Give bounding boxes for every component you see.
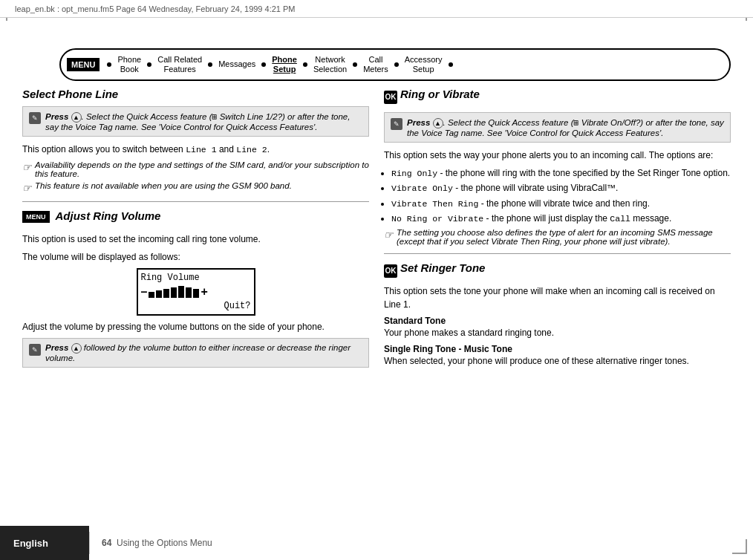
note-gsm: ☞ This feature is not available when you… <box>22 181 369 194</box>
option-no-ring-vibrate: No Ring or Vibrate - the phone will just… <box>391 212 731 225</box>
right-column: OK Ring or Vibrate ✎ Press ▲. Select the… <box>384 88 731 523</box>
vol-bars <box>149 286 199 298</box>
option-ring-only-text: - the phone will ring with the tone spec… <box>437 168 730 178</box>
note-text-sms: The setting you choose also defines the … <box>397 228 731 246</box>
press-text-ring-vibrate: Press ▲. Select the Quick Access feature… <box>407 117 724 137</box>
note-text-1: Availability depends on the type and set… <box>35 160 369 178</box>
footer-page-info: 64 Using the Options Menu <box>90 538 224 548</box>
adjust-ring-volume-title: Adjust Ring Volume <box>56 209 161 222</box>
content-area: Select Phone Line ✎ Press ▲. Select the … <box>22 88 731 523</box>
press-icon-select-line: ✎ <box>29 112 41 124</box>
nav-area: MENU PhoneBook Call RelatedFeatures Mess… <box>59 48 731 81</box>
note-icon-2: ☞ <box>22 182 32 194</box>
sidebar-item-accessory-setup[interactable]: AccessorySetup <box>402 55 446 74</box>
ok-icon-ring-vibrate: OK <box>384 91 397 104</box>
section-set-ringer-tone: OK Set Ringer Tone This option sets the … <box>384 261 731 368</box>
vol-bar-4 <box>171 287 177 298</box>
press-box-ring-vibrate: ✎ Press ▲. Select the Quick Access featu… <box>384 112 731 143</box>
press-box-select-line: ✎ Press ▲. Select the Quick Access featu… <box>22 106 369 137</box>
nav-container: MENU PhoneBook Call RelatedFeatures Mess… <box>59 48 731 81</box>
vol-bar-7 <box>193 289 199 298</box>
select-phone-line-body1: This option allows you to switch between… <box>22 143 369 156</box>
vol-bar-5 <box>178 286 184 298</box>
option-ring-only-mono: Ring Only <box>391 169 437 178</box>
nav-dot-6 <box>394 62 399 67</box>
nav-dot-4 <box>303 62 307 67</box>
vol-bar-2 <box>156 290 162 298</box>
nav-dot-1 <box>147 62 151 67</box>
option-vibrate-then-ring-mono: Vibrate Then Ring <box>391 199 478 209</box>
footer-page-text: Using the Options Menu <box>117 538 212 548</box>
set-ringer-tone-title: Set Ringer Tone <box>400 261 485 274</box>
press-text-select-line: Press ▲. Select the Quick Access feature… <box>45 111 362 131</box>
press-icon-ring-vibrate: ✎ <box>391 118 402 130</box>
set-ringer-body1: This option sets the tone your phone wil… <box>384 284 731 311</box>
vol-bar-1 <box>149 292 154 298</box>
nav-dot-3 <box>261 62 266 67</box>
note-sms-alert: ☞ The setting you choose also defines th… <box>384 228 731 246</box>
sidebar-item-phone-book[interactable]: PhoneBook <box>114 55 144 74</box>
adjust-ring-body1: This option is used to set the incoming … <box>22 232 369 246</box>
vol-bar-3 <box>163 289 169 298</box>
press-icon-volume: ✎ <box>29 344 41 356</box>
adjust-ring-body3: Adjust the volume by pressing the volume… <box>22 320 369 333</box>
menu-label: MENU <box>67 58 100 71</box>
option-vibrate-only-mono: Vibrate Only <box>391 183 453 193</box>
ring-volume-quit: Quit? <box>141 301 251 311</box>
left-column: Select Phone Line ✎ Press ▲. Select the … <box>22 88 369 523</box>
sidebar-item-call-related[interactable]: Call RelatedFeatures <box>154 55 205 74</box>
set-ringer-tone-header: OK Set Ringer Tone <box>384 261 731 280</box>
volume-bar-container: – + <box>141 286 251 298</box>
note-sim-card: ☞ Availability depends on the type and s… <box>22 160 369 178</box>
adjust-ring-volume-header: MENU Adjust Ring Volume <box>22 209 369 228</box>
option-no-ring-vibrate-text: - the phone will just display the Call m… <box>483 213 671 224</box>
sidebar-item-network-selection[interactable]: NetworkSelection <box>310 55 350 74</box>
press-text-volume: Press ▲ followed by the volume button to… <box>45 343 362 362</box>
header-text: leap_en.bk : opt_menu.fm5 Page 64 Wednes… <box>15 4 296 13</box>
ring-volume-display: Ring Volume – + Quit? <box>137 268 255 316</box>
note-icon-sms: ☞ <box>384 229 394 241</box>
nav-dot-2 <box>208 62 212 67</box>
press-box-volume: ✎ Press ▲ followed by the volume button … <box>22 338 369 368</box>
footer-language: English <box>0 526 89 560</box>
option-vibrate-then-ring-text: - the phone will vibrate twice and then … <box>478 198 650 209</box>
single-ring-tone-title: Single Ring Tone - Music Tone <box>384 344 731 354</box>
vol-minus-icon: – <box>141 286 148 298</box>
vol-plus-icon: + <box>201 286 207 298</box>
divider-1 <box>22 201 369 202</box>
sidebar-item-messages[interactable]: Messages <box>215 59 258 69</box>
adjust-ring-body2: The volume will be displayed as follows: <box>22 250 369 264</box>
section-adjust-ring-volume: MENU Adjust Ring Volume This option is u… <box>22 209 369 368</box>
sidebar-item-call-meters[interactable]: CallMeters <box>360 55 391 74</box>
nav-dot-7 <box>449 62 453 67</box>
note-text-2: This feature is not available when you a… <box>35 181 292 190</box>
header-bar: leap_en.bk : opt_menu.fm5 Page 64 Wednes… <box>0 0 753 18</box>
select-phone-line-title: Select Phone Line <box>22 88 369 100</box>
ring-vibrate-body1: This option sets the way your phone aler… <box>384 149 731 162</box>
single-ring-tone-text: When selected, your phone will produce o… <box>384 354 731 368</box>
option-vibrate-then-ring: Vibrate Then Ring - the phone will vibra… <box>391 197 731 210</box>
ring-or-vibrate-title: Ring or Vibrate <box>400 88 480 100</box>
footer-page-number: 64 <box>102 538 111 548</box>
footer: English 64 Using the Options Menu <box>0 526 753 560</box>
nav-dot-0 <box>107 62 111 67</box>
ok-icon-ringer-tone: OK <box>384 264 397 278</box>
option-no-ring-vibrate-mono: No Ring or Vibrate <box>391 214 483 224</box>
single-ring-tone-section: Single Ring Tone - Music Tone When selec… <box>384 344 731 368</box>
vol-bar-6 <box>186 287 192 298</box>
standard-tone-section: Standard Tone Your phone makes a standar… <box>384 316 731 339</box>
menu-icon: MENU <box>22 211 50 223</box>
standard-tone-text: Your phone makes a standard ringing tone… <box>384 326 731 339</box>
divider-2 <box>384 253 731 254</box>
option-vibrate-only: Vibrate Only - the phone will vibrate us… <box>391 181 731 195</box>
nav-items: PhoneBook Call RelatedFeatures Messages … <box>104 55 723 74</box>
section-ring-or-vibrate: OK Ring or Vibrate ✎ Press ▲. Select the… <box>384 88 731 246</box>
sidebar-item-phone-setup[interactable]: PhoneSetup <box>269 55 300 74</box>
standard-tone-title: Standard Tone <box>384 316 731 326</box>
ring-vibrate-options: Ring Only - the phone will ring with the… <box>384 166 731 225</box>
section-select-phone-line: Select Phone Line ✎ Press ▲. Select the … <box>22 88 369 194</box>
ring-or-vibrate-header: OK Ring or Vibrate <box>384 88 731 106</box>
note-icon-1: ☞ <box>22 161 32 173</box>
ring-volume-display-title: Ring Volume <box>141 273 251 283</box>
nav-dot-5 <box>353 62 357 67</box>
